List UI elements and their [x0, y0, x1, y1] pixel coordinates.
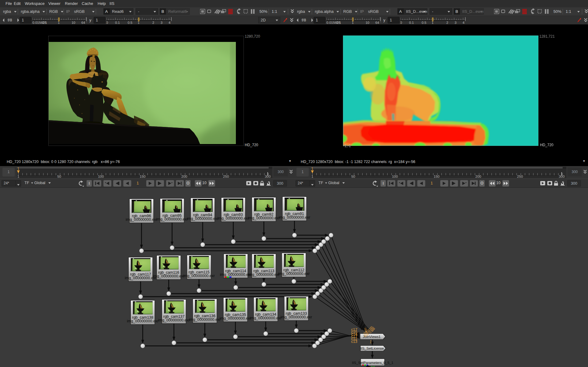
- svg-text:50: 50: [57, 175, 61, 178]
- svg-text:img_00000000.exr: img_00000000.exr: [183, 274, 215, 278]
- svg-text:0.1: 0.1: [336, 21, 341, 24]
- svg-text:3: 3: [161, 21, 162, 24]
- svg-text:img_00000000.exr: img_00000000.exr: [158, 318, 190, 322]
- svg-text:1: 1: [17, 167, 19, 170]
- svg-text:img_00000000.exr: img_00000000.exr: [279, 215, 311, 220]
- svg-text:1: 1: [311, 175, 313, 178]
- svg-text:4: 4: [463, 21, 464, 24]
- svg-text:100: 100: [98, 175, 104, 178]
- svg-text:img_00000000.exr: img_00000000.exr: [153, 274, 185, 278]
- svg-text:1280,720: 1280,720: [245, 34, 260, 39]
- svg-text:250: 250: [223, 175, 229, 178]
- svg-text:0: 0: [400, 21, 402, 24]
- svg-text:64: 64: [375, 21, 379, 24]
- svg-text:100: 100: [392, 175, 398, 178]
- svg-text:-1,-1: -1,-1: [343, 144, 351, 148]
- svg-text:64: 64: [81, 21, 85, 24]
- svg-text:200: 200: [181, 175, 187, 178]
- svg-text:10: 10: [72, 21, 75, 24]
- svg-text:0.5: 0.5: [422, 21, 426, 24]
- svg-text:IIS_SetParameters_0_5_1: IIS_SetParameters_0_5_1: [352, 361, 393, 365]
- svg-text:img_00000000.exr: img_00000000.exr: [187, 217, 219, 221]
- svg-text:img_00000000.exr: img_00000000.exr: [250, 316, 282, 320]
- svg-text:img_00000000.exr: img_00000000.exr: [156, 217, 188, 221]
- svg-text:img_00000000.exr: img_00000000.exr: [127, 319, 159, 323]
- svg-text:img_00000000.exr: img_00000000.exr: [220, 316, 251, 321]
- svg-text:img_00000000.exr: img_00000000.exr: [126, 217, 158, 222]
- svg-text:HD_720: HD_720: [245, 143, 258, 147]
- svg-text:0: 0: [106, 21, 108, 24]
- svg-text:0.1: 0.1: [42, 21, 47, 24]
- svg-text:1: 1: [17, 175, 19, 178]
- svg-text:img_00000000.exr: img_00000000.exr: [248, 216, 280, 220]
- svg-text:c13: c13: [351, 339, 357, 344]
- svg-text:0.1: 0.1: [115, 21, 120, 24]
- svg-text:img_00000000.exr: img_00000000.exr: [278, 272, 310, 276]
- svg-text:10: 10: [366, 21, 369, 24]
- svg-text:img_00000000.exr: img_00000000.exr: [125, 276, 157, 280]
- svg-text:1: 1: [311, 167, 313, 170]
- svg-text:IIS_SetLicense: IIS_SetLicense: [360, 347, 384, 350]
- svg-text:img_00000000.exr: img_00000000.exr: [281, 315, 312, 319]
- svg-text:0.1: 0.1: [409, 21, 414, 24]
- svg-text:HD_720: HD_720: [540, 143, 553, 147]
- svg-text:150: 150: [434, 175, 440, 178]
- svg-text:0.5: 0.5: [128, 21, 132, 24]
- svg-text:img_00000000.exr: img_00000000.exr: [218, 216, 249, 221]
- svg-text:50: 50: [351, 175, 355, 178]
- svg-text:3: 3: [455, 21, 456, 24]
- svg-text:4: 4: [169, 21, 170, 24]
- svg-text:img_00000000.exr: img_00000000.exr: [220, 272, 252, 277]
- svg-text:2: 2: [446, 21, 448, 24]
- svg-text:200: 200: [475, 175, 481, 178]
- svg-text:img_00000000.exr: img_00000000.exr: [189, 317, 221, 322]
- svg-text:250: 250: [517, 175, 523, 178]
- svg-text:1281,721: 1281,721: [539, 34, 555, 39]
- svg-text:2: 2: [152, 21, 154, 24]
- svg-text:150: 150: [140, 175, 146, 178]
- svg-text:img_00000000.exr: img_00000000.exr: [248, 272, 280, 277]
